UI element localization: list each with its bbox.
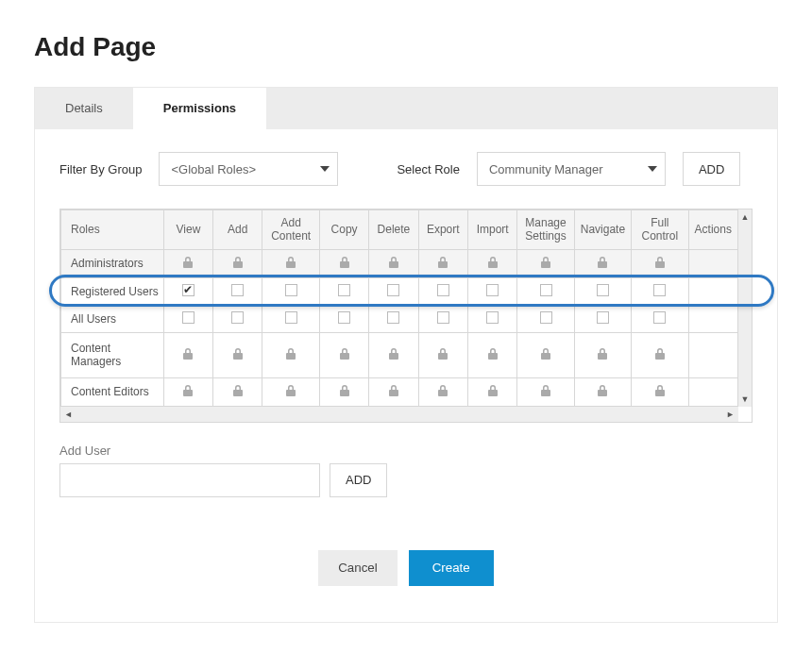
column-header: Add [213, 210, 262, 250]
permission-cell [517, 305, 574, 332]
permission-checkbox[interactable] [597, 284, 609, 296]
select-role-label: Select Role [397, 162, 459, 176]
permission-checkbox[interactable] [182, 311, 195, 324]
permission-cell [418, 377, 467, 406]
tab-permissions[interactable]: Permissions [133, 88, 266, 129]
add-user-button[interactable]: ADD [330, 463, 387, 497]
permission-checkbox[interactable] [540, 284, 552, 296]
lock-icon [437, 256, 448, 271]
permission-cell [574, 332, 631, 377]
permission-cell [688, 277, 737, 305]
add-user-input[interactable] [59, 463, 320, 497]
add-role-button[interactable]: ADD [683, 152, 740, 186]
lock-icon [182, 256, 194, 271]
permission-cell [574, 305, 631, 332]
cancel-button[interactable]: Cancel [318, 550, 398, 586]
permission-checkbox[interactable] [486, 311, 499, 324]
permission-cell [369, 305, 418, 332]
permission-checkbox[interactable] [597, 311, 609, 324]
lock-icon [597, 384, 608, 399]
tab-details[interactable]: Details [35, 88, 133, 129]
lock-icon [437, 384, 448, 399]
permission-cell [262, 305, 319, 332]
content-panel: Details Permissions Filter By Group <Glo… [34, 87, 778, 623]
table-row: Administrators [61, 249, 738, 277]
horizontal-scrollbar[interactable]: ◄ ► [60, 407, 738, 422]
tab-bar: Details Permissions [35, 88, 777, 129]
role-cell: Content Editors [61, 377, 164, 406]
permission-cell [517, 277, 574, 305]
lock-icon [339, 384, 350, 399]
permission-cell [632, 277, 688, 305]
permission-cell [369, 249, 418, 277]
permission-cell [213, 249, 262, 277]
permission-cell [213, 377, 262, 406]
permission-checkbox[interactable] [231, 311, 244, 324]
permission-checkbox[interactable] [653, 284, 666, 296]
permission-checkbox[interactable] [540, 311, 552, 324]
role-cell: All Users [61, 305, 164, 332]
scroll-up-icon: ▲ [741, 212, 750, 222]
permission-cell [517, 377, 574, 406]
permission-checkbox[interactable] [338, 284, 350, 296]
lock-icon [540, 347, 551, 362]
lock-icon [339, 256, 350, 271]
permission-cell [163, 332, 212, 377]
permission-cell [163, 305, 212, 332]
lock-icon [285, 347, 296, 362]
permission-cell [467, 332, 516, 377]
permission-checkbox[interactable] [387, 311, 399, 324]
permission-checkbox[interactable] [486, 284, 499, 296]
role-select[interactable]: Community Manager [477, 152, 666, 186]
permission-checkbox[interactable] [231, 284, 244, 296]
permission-checkbox[interactable] [285, 284, 297, 296]
permission-cell [418, 249, 467, 277]
column-header: Delete [369, 210, 418, 250]
lock-icon [388, 384, 399, 399]
lock-icon [285, 256, 296, 271]
caret-down-icon [320, 166, 330, 172]
permission-cell [632, 377, 688, 406]
permission-cell [418, 305, 467, 332]
permission-cell [467, 305, 516, 332]
table-row: Content Editors [61, 377, 738, 406]
column-header: Copy [319, 210, 368, 250]
permission-checkbox[interactable] [437, 284, 449, 296]
permission-cell [688, 305, 737, 332]
column-header: Navigate [574, 210, 631, 250]
lock-icon [232, 384, 244, 399]
permission-cell [369, 332, 418, 377]
permission-cell [517, 332, 574, 377]
scroll-left-icon: ◄ [64, 410, 73, 419]
permission-cell [574, 249, 631, 277]
lock-icon [487, 256, 499, 271]
permission-cell [213, 305, 262, 332]
permission-cell [319, 305, 368, 332]
role-cell: Content Managers [61, 332, 164, 377]
permission-cell [574, 377, 631, 406]
table-row: All Users [61, 305, 738, 332]
lock-icon [339, 347, 350, 362]
table-row: Registered Users [61, 277, 738, 305]
permission-checkbox[interactable] [182, 284, 195, 296]
permission-checkbox[interactable] [437, 311, 449, 324]
permission-cell [467, 249, 516, 277]
permission-cell [319, 332, 368, 377]
create-button[interactable]: Create [409, 550, 494, 586]
column-header: Add Content [262, 210, 319, 250]
permission-checkbox[interactable] [285, 311, 297, 324]
permission-cell [418, 277, 467, 305]
lock-icon [654, 347, 666, 362]
filter-by-group-label: Filter By Group [59, 162, 142, 176]
permission-cell [262, 332, 319, 377]
lock-icon [232, 256, 244, 271]
permission-checkbox[interactable] [387, 284, 399, 296]
column-header: Export [418, 210, 467, 250]
lock-icon [540, 384, 551, 399]
vertical-scrollbar[interactable]: ▲ ▼ [738, 209, 752, 407]
permission-checkbox[interactable] [653, 311, 666, 324]
column-header: Import [467, 210, 516, 250]
permission-cell [467, 277, 516, 305]
filter-group-select[interactable]: <Global Roles> [159, 152, 338, 186]
permission-checkbox[interactable] [338, 311, 350, 324]
